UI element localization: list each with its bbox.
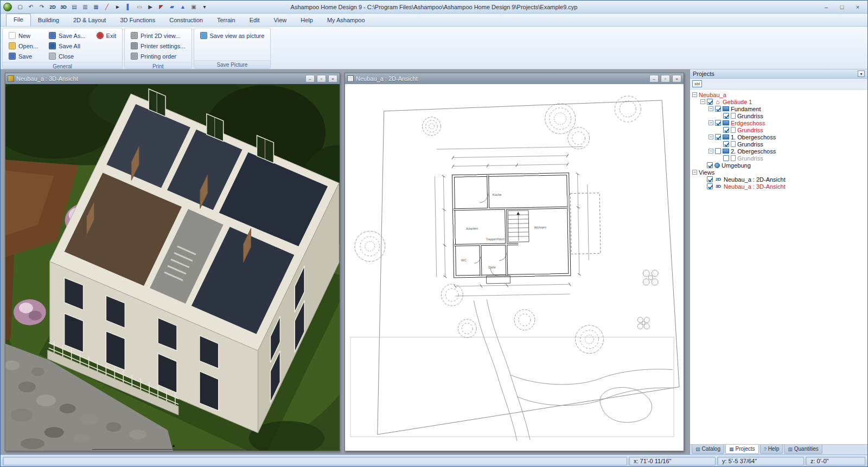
cursor-icon[interactable]: ►	[113, 2, 123, 11]
tree-item-2-obergeschoss[interactable]: −2. Obergeschoss	[690, 148, 867, 155]
view-2d-button[interactable]: 2D	[48, 2, 58, 11]
flag-icon[interactable]: ◤	[156, 2, 166, 11]
window-2d-close-button[interactable]: ×	[672, 75, 681, 82]
window-2d-titlebar[interactable]: Neubau_a : 2D-Ansicht – ▫ ×	[345, 73, 684, 84]
save-all-button[interactable]: Save All	[47, 41, 88, 51]
printing-order-button[interactable]: Printing order	[129, 51, 188, 61]
panel-tab-help[interactable]: ?Help	[760, 445, 783, 454]
close-button[interactable]: ×	[851, 2, 865, 11]
tree-item-neubau-a[interactable]: −Neubau_a	[690, 91, 867, 98]
tree-item-grundriss[interactable]: Grundriss	[690, 140, 867, 148]
tab-construction[interactable]: Construction	[162, 15, 210, 26]
tree-item-grundriss[interactable]: Grundriss	[690, 126, 867, 133]
visibility-checkbox[interactable]	[723, 127, 729, 133]
tree-item-neubau-a-3d-ansicht[interactable]: 3DNeubau_a : 3D-Ansicht	[690, 183, 867, 190]
visibility-checkbox[interactable]	[715, 134, 721, 140]
window-3d-title: Neubau_a : 3D-Ansicht	[16, 75, 303, 82]
panel-tab-catalog[interactable]: ▤Catalog	[692, 445, 724, 454]
visibility-checkbox[interactable]	[723, 141, 729, 147]
visibility-checkbox[interactable]	[707, 176, 713, 182]
tab-building[interactable]: Building	[31, 15, 66, 26]
canvas-2d-view[interactable]: Küche Arbeiten Wohnen Treppenhaus WC Die…	[345, 84, 684, 451]
visibility-checkbox[interactable]	[715, 120, 721, 126]
save-button[interactable]: Save	[7, 51, 40, 61]
view3d-nav-slider[interactable]: ▲	[92, 444, 255, 450]
visibility-checkbox[interactable]	[707, 99, 713, 105]
window-2d-minimize-button[interactable]: –	[649, 75, 659, 82]
tab-my-ashampoo[interactable]: My Ashampoo	[320, 15, 372, 26]
window-2d-restore-button[interactable]: ▫	[661, 75, 670, 82]
visibility-checkbox[interactable]	[715, 106, 721, 112]
expander-icon[interactable]: −	[692, 170, 697, 175]
panel-tab-projects[interactable]: ▦Projects	[725, 445, 759, 454]
expander-icon[interactable]: −	[700, 99, 705, 104]
window-3d-close-button[interactable]: ×	[328, 75, 337, 82]
section-view-icon[interactable]: ▤	[69, 2, 79, 11]
new-button[interactable]: New	[7, 30, 40, 41]
building-selector-button[interactable]: sbl	[692, 80, 702, 87]
elevation-view-icon[interactable]: ▥	[80, 2, 90, 11]
window-3d-minimize-button[interactable]: –	[305, 75, 315, 82]
draw-icon[interactable]: ╱	[102, 2, 112, 11]
qat-menu-icon[interactable]: ▾	[200, 2, 209, 11]
view-2d-window-icon	[347, 75, 354, 82]
visibility-checkbox[interactable]	[715, 148, 721, 154]
visibility-checkbox[interactable]	[707, 183, 713, 189]
cone-icon[interactable]: ▲	[178, 2, 188, 11]
panel-tab-quantities[interactable]: ▥Quantities	[784, 445, 822, 454]
tab-terrain[interactable]: Terrain	[210, 15, 242, 26]
open-button[interactable]: Open...	[7, 41, 40, 51]
close-button[interactable]: Close	[47, 51, 88, 61]
window-3d-titlebar[interactable]: Neubau_a : 3D-Ansicht – ▫ ×	[5, 73, 340, 84]
tree-item-neubau-a-2d-ansicht[interactable]: 2DNeubau_a : 2D-Ansicht	[690, 176, 867, 183]
tree-item-1-obergeschoss[interactable]: −1. Obergeschoss	[690, 133, 867, 140]
redo-icon[interactable]: ↷	[37, 2, 47, 11]
tree-item-grundriss[interactable]: Grundriss	[690, 112, 867, 119]
tree-item-views[interactable]: −Views	[690, 169, 867, 176]
expander-icon[interactable]: −	[692, 92, 697, 97]
status-x-coordinate: x: 71'-0 11/16"	[629, 457, 716, 465]
select-arrow-icon[interactable]: ▶	[145, 2, 155, 11]
tab-file[interactable]: File	[6, 14, 31, 26]
expander-icon[interactable]: −	[709, 120, 713, 125]
visibility-checkbox[interactable]	[723, 113, 729, 119]
copy-icon[interactable]: ▣	[189, 2, 199, 11]
expander-icon[interactable]: −	[709, 135, 713, 139]
panel-options-icon[interactable]: ▾	[858, 71, 865, 77]
table-view-icon[interactable]: ▦	[91, 2, 101, 11]
minimize-button[interactable]: –	[819, 2, 833, 11]
printer-settings-button[interactable]: Printer settings...	[129, 41, 188, 51]
tree-item-grundriss[interactable]: Grundriss	[690, 155, 867, 162]
undo-icon[interactable]: ↶	[26, 2, 36, 11]
tree-item-erdgeschoss[interactable]: −Erdgeschoss	[690, 119, 867, 126]
exit-button[interactable]: Exit	[94, 30, 118, 41]
save-view-as-picture-button[interactable]: Save view as picture	[198, 30, 267, 41]
visibility-checkbox[interactable]	[707, 162, 713, 168]
tab-help[interactable]: Help	[293, 15, 320, 26]
maximize-button[interactable]: □	[835, 2, 849, 11]
visibility-checkbox[interactable]	[723, 155, 729, 161]
expander-icon[interactable]: −	[709, 106, 713, 111]
tab-3d-functions[interactable]: 3D Functions	[113, 15, 162, 26]
save-as-button[interactable]: Save As...	[47, 30, 88, 41]
print-2d-view-button[interactable]: Print 2D view...	[129, 30, 188, 41]
columns-icon[interactable]: ▌	[124, 2, 133, 11]
ribbon-group-caption: Save Picture	[194, 60, 271, 68]
ribbon-tabs: FileBuilding2D & Layout3D FunctionsConst…	[1, 14, 867, 27]
tree-item-geb-ude-1[interactable]: −⌂Gebäude 1	[690, 98, 867, 105]
canvas-3d-view[interactable]: ▲	[5, 84, 340, 451]
ribbon-group-caption: Print	[125, 62, 192, 69]
window-3d-restore-button[interactable]: ▫	[317, 75, 326, 82]
tab-2d-layout[interactable]: 2D & Layout	[66, 15, 113, 26]
tab-edit[interactable]: Edit	[242, 15, 267, 26]
new-document-icon[interactable]: ▢	[15, 2, 25, 11]
printer-settings-icon	[131, 42, 138, 49]
tree-item-umgebung[interactable]: Umgebung	[690, 162, 867, 169]
brush-icon[interactable]: ▰	[167, 2, 177, 11]
view-3d-button[interactable]: 3D	[59, 2, 68, 11]
app-logo-icon[interactable]	[3, 3, 12, 11]
tree-item-fundament[interactable]: −Fundament	[690, 105, 867, 112]
expander-icon[interactable]: −	[709, 149, 713, 153]
ruler-icon[interactable]: ▭	[135, 2, 144, 11]
tab-view[interactable]: View	[267, 15, 294, 26]
